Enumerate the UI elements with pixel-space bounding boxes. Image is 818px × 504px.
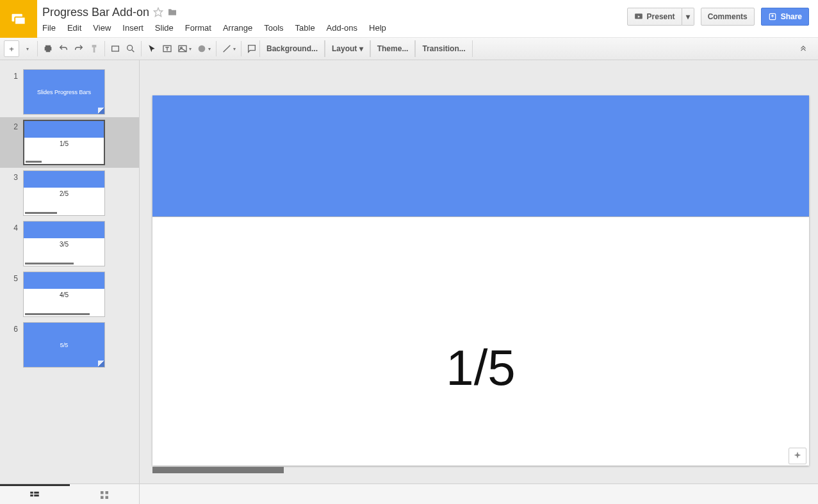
menu-tools[interactable]: Tools [264, 23, 283, 33]
undo-icon[interactable] [56, 40, 71, 57]
document-title[interactable]: Progress Bar Add-on [42, 6, 149, 19]
svg-rect-6 [112, 46, 119, 51]
present-label: Present [647, 12, 675, 21]
thumbnail-label: 1/5 [24, 140, 104, 147]
paint-format-icon[interactable] [86, 40, 102, 57]
app-logo[interactable] [0, 0, 37, 38]
thumbnail-slide-1[interactable]: 1Slides Progress Bars [0, 67, 139, 117]
thumbnail-progress [26, 161, 42, 163]
svg-rect-17 [105, 491, 108, 494]
menu-file[interactable]: File [42, 23, 56, 33]
menu-bar: File Edit View Insert Slide Format Arran… [42, 19, 622, 33]
slide-header-banner [152, 95, 809, 217]
thumbnail-title: Slides Progress Bars [24, 89, 104, 95]
svg-rect-13 [35, 492, 40, 494]
thumbnail-title: 5/5 [24, 342, 104, 348]
zoom-icon[interactable] [123, 40, 138, 57]
new-slide-dropdown[interactable] [19, 40, 35, 57]
layout-button[interactable]: Layout ▾ [325, 40, 370, 57]
line-icon[interactable] [219, 40, 238, 57]
thumbnail-slide-3[interactable]: 32/5 [0, 168, 139, 218]
thumbnail-number: 4 [9, 221, 23, 232]
new-slide-button[interactable]: + [4, 40, 19, 57]
svg-rect-19 [105, 496, 108, 500]
svg-rect-15 [35, 494, 40, 496]
thumbnail-number: 5 [9, 272, 23, 283]
menu-slide[interactable]: Slide [155, 23, 174, 33]
thumbnail-label: 4/5 [24, 291, 104, 298]
background-button[interactable]: Background... [259, 40, 325, 57]
thumbnail-slide-2[interactable]: 21/5 [0, 117, 139, 168]
thumbnail-number: 2 [9, 120, 23, 131]
zoom-fit-icon[interactable] [108, 40, 123, 57]
comments-button[interactable]: Comments [701, 8, 755, 26]
canvas-area: 1/5 [140, 60, 818, 484]
grid-view-tab[interactable] [70, 484, 140, 504]
menu-arrange[interactable]: Arrange [223, 23, 252, 33]
thumbnail-progress [25, 212, 57, 214]
present-button-group: Present ▾ [627, 8, 694, 26]
menu-edit[interactable]: Edit [67, 23, 81, 33]
thumbnail-number: 3 [9, 170, 23, 182]
thumbnail-label: 3/5 [24, 241, 104, 248]
share-label: Share [781, 12, 802, 21]
present-button[interactable]: Present [627, 8, 682, 26]
theme-button[interactable]: Theme... [370, 40, 416, 57]
image-icon[interactable] [175, 40, 194, 57]
menu-addons[interactable]: Add-ons [327, 23, 357, 33]
slide-canvas[interactable]: 1/5 [152, 95, 809, 466]
thumbnail-progress [25, 313, 90, 315]
bottom-bar [0, 484, 818, 504]
thumbnail-number: 6 [9, 322, 23, 334]
thumbnail-progress [25, 263, 74, 264]
thumbnail-number: 1 [9, 69, 23, 81]
svg-marker-2 [154, 8, 162, 16]
present-dropdown[interactable]: ▾ [682, 8, 694, 26]
slide-main-text: 1/5 [152, 339, 809, 397]
select-icon[interactable] [144, 40, 160, 57]
thumbnail-slide-6[interactable]: 65/5 [0, 320, 139, 370]
slide-progress-bar [152, 467, 284, 473]
thumbnail-slide-4[interactable]: 43/5 [0, 218, 139, 269]
folder-icon[interactable] [167, 7, 177, 17]
share-button[interactable]: Share [761, 8, 809, 26]
textbox-icon[interactable] [160, 40, 175, 57]
svg-rect-16 [101, 491, 104, 494]
redo-icon[interactable] [71, 40, 86, 57]
collapse-toolbar-icon[interactable] [799, 44, 814, 54]
explore-button[interactable] [789, 448, 806, 464]
svg-rect-14 [31, 494, 34, 496]
menu-insert[interactable]: Insert [122, 23, 143, 33]
menu-format[interactable]: Format [185, 23, 211, 33]
header: Progress Bar Add-on File Edit View Inser… [0, 0, 818, 38]
shape-icon[interactable] [194, 40, 213, 57]
menu-view[interactable]: View [93, 23, 111, 33]
svg-point-11 [199, 45, 206, 53]
svg-rect-12 [31, 492, 34, 494]
thumbnail-slide-5[interactable]: 54/5 [0, 269, 139, 320]
transition-button[interactable]: Transition... [415, 40, 472, 57]
svg-rect-18 [101, 496, 104, 500]
menu-table[interactable]: Table [295, 23, 315, 33]
svg-point-7 [127, 45, 133, 51]
slide-thumbnails[interactable]: 1Slides Progress Bars21/532/543/554/565/… [0, 60, 140, 484]
print-icon[interactable] [40, 40, 56, 57]
thumbnail-label: 2/5 [24, 190, 104, 197]
comment-icon[interactable] [244, 40, 259, 57]
toolbar: + Background... Layout ▾ Theme... Transi… [0, 38, 818, 60]
svg-rect-1 [15, 17, 25, 24]
menu-help[interactable]: Help [369, 23, 386, 33]
star-icon[interactable] [153, 7, 163, 17]
filmstrip-view-tab[interactable] [0, 484, 70, 504]
